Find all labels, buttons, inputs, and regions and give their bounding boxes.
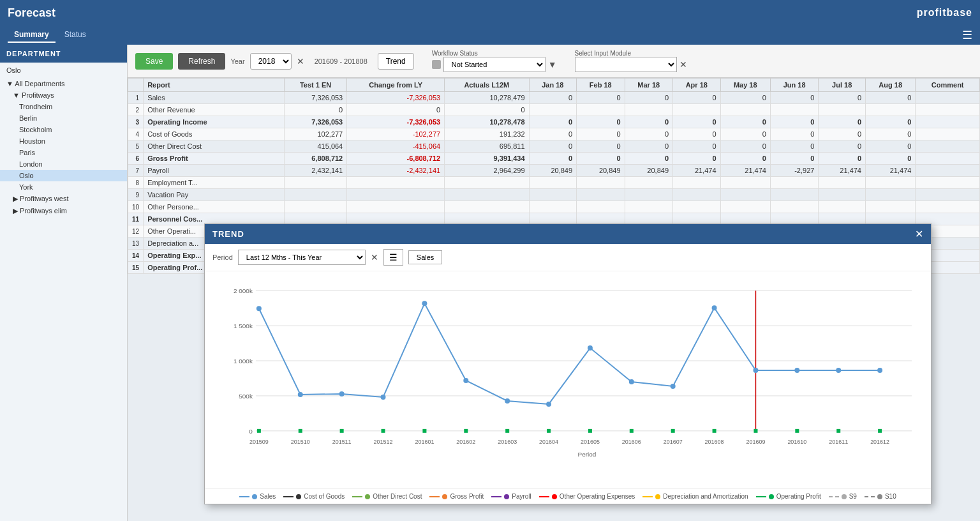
trend-sales-button[interactable]: Sales [408,250,443,264]
row-value-5[interactable] [625,177,672,189]
row-value-8[interactable] [770,104,818,116]
row-value-3[interactable]: 0 [529,92,577,104]
row-value-4[interactable] [577,104,625,116]
row-value-6[interactable] [673,177,721,189]
row-value-5[interactable]: 0 [625,153,672,165]
row-value-5[interactable]: 0 [625,140,672,153]
row-value-3[interactable] [529,201,577,213]
row-value-5[interactable]: 0 [625,116,672,128]
input-module-select[interactable] [575,57,677,72]
row-value-3[interactable]: 0 [529,128,577,140]
workflow-select[interactable]: Not Started [443,57,546,72]
row-value-6[interactable] [673,104,721,116]
sidebar-item-berlin[interactable]: Berlin [0,112,127,124]
row-value-7[interactable] [720,104,770,116]
input-module-clear-button[interactable]: ✕ [679,59,687,70]
row-value-5[interactable]: 0 [625,92,672,104]
row-value-10[interactable] [866,201,916,213]
row-value-5[interactable] [625,189,672,201]
row-value-5[interactable] [625,201,672,213]
row-value-7[interactable]: 0 [720,140,770,153]
trend-period-select[interactable]: Last 12 Mths - This Year [238,250,366,265]
sidebar-item-oslo[interactable]: Oslo [0,170,127,181]
row-value-5[interactable] [625,104,672,116]
row-value-8[interactable] [770,189,818,201]
row-value-9[interactable]: 0 [819,140,866,153]
row-value-3[interactable]: 0 [529,116,577,128]
row-value-11[interactable] [916,201,980,213]
sidebar-item-profitways-west[interactable]: ▶ Profitways west [0,193,127,205]
row-value-7[interactable] [720,177,770,189]
row-value-4[interactable] [577,177,625,189]
row-value-11[interactable] [916,92,980,104]
trend-close-button[interactable]: ✕ [915,228,923,240]
row-value-8[interactable]: 0 [770,116,818,128]
row-value-11[interactable] [916,140,980,153]
row-value-8[interactable]: 0 [770,153,818,165]
sidebar-item-york[interactable]: York [0,181,127,193]
tab-summary[interactable]: Summary [8,27,56,43]
row-value-4[interactable] [577,201,625,213]
row-value-10[interactable]: 0 [866,140,916,153]
row-value-8[interactable] [770,201,818,213]
row-value-3[interactable] [529,177,577,189]
row-value-10[interactable] [866,104,916,116]
row-value-9[interactable] [819,104,866,116]
row-value-4[interactable]: 0 [577,128,625,140]
sidebar-item-paris[interactable]: Paris [0,147,127,158]
row-value-7[interactable] [720,189,770,201]
row-value-3[interactable] [529,104,577,116]
sidebar-item-houston[interactable]: Houston [0,135,127,147]
row-value-9[interactable]: 0 [819,128,866,140]
row-value-7[interactable]: 0 [720,128,770,140]
row-value-10[interactable]: 0 [866,153,916,165]
sidebar-item-trondheim[interactable]: Trondheim [0,101,127,112]
row-value-6[interactable]: 0 [673,153,721,165]
row-value-7[interactable] [720,201,770,213]
row-value-9[interactable]: 0 [819,153,866,165]
row-value-11[interactable] [916,104,980,116]
row-value-3[interactable]: 0 [529,153,577,165]
row-value-3[interactable]: 20,849 [529,165,577,177]
row-value-6[interactable]: 0 [673,116,721,128]
row-value-6[interactable] [673,201,721,213]
row-value-6[interactable]: 0 [673,128,721,140]
sidebar-item-stockholm[interactable]: Stockholm [0,124,127,135]
row-value-11[interactable] [916,177,980,189]
row-value-7[interactable]: 0 [720,116,770,128]
sidebar-item-all-depts[interactable]: ▼ All Departments [0,78,127,89]
row-value-9[interactable] [819,201,866,213]
row-value-4[interactable]: 0 [577,140,625,153]
row-value-9[interactable]: 21,474 [819,165,866,177]
row-value-8[interactable]: 0 [770,92,818,104]
row-value-9[interactable] [819,189,866,201]
trend-period-clear[interactable]: ✕ [371,252,378,262]
hamburger-menu[interactable]: ☰ [962,28,972,42]
row-value-5[interactable]: 0 [625,128,672,140]
row-value-10[interactable] [866,189,916,201]
row-value-8[interactable]: 0 [770,140,818,153]
row-value-9[interactable]: 0 [819,116,866,128]
year-clear-button[interactable]: ✕ [297,56,304,66]
sidebar-item-profitways[interactable]: ▼ Profitways [0,89,127,101]
row-value-6[interactable]: 21,474 [673,165,721,177]
row-value-10[interactable]: 0 [866,116,916,128]
row-value-8[interactable]: 0 [770,128,818,140]
row-value-4[interactable]: 0 [577,116,625,128]
row-value-11[interactable] [916,128,980,140]
row-value-11[interactable] [916,189,980,201]
workflow-clear-button[interactable]: ▼ [548,59,557,70]
row-value-9[interactable] [819,177,866,189]
row-value-11[interactable] [916,165,980,177]
row-value-6[interactable]: 0 [673,140,721,153]
row-value-11[interactable] [916,153,980,165]
row-value-8[interactable]: -2,927 [770,165,818,177]
sidebar-item-london[interactable]: London [0,158,127,170]
row-value-10[interactable] [866,177,916,189]
row-value-10[interactable]: 0 [866,92,916,104]
row-value-10[interactable]: 0 [866,128,916,140]
row-value-4[interactable] [577,189,625,201]
row-value-7[interactable]: 0 [720,92,770,104]
save-button[interactable]: Save [135,53,173,70]
row-value-11[interactable] [916,116,980,128]
